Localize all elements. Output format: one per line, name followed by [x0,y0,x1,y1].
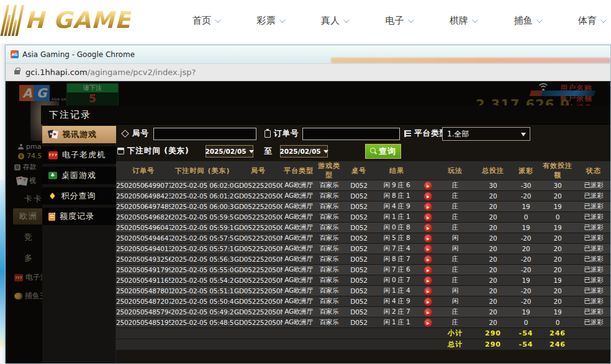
nav-item-4[interactable]: 棋牌 [450,15,476,27]
cell-6: 闲 7 庄 6 [374,265,419,275]
menu-item-0[interactable]: 视讯游戏 [42,126,116,143]
doc-icon [48,213,55,221]
play-video-button[interactable]: ▶ [424,277,432,285]
table-row: 2502050549464772025-02-05 05:57:52GD0522… [116,233,610,244]
play-video-button[interactable]: ▶ [424,224,432,232]
site-logo[interactable]: H GAME [4,4,131,36]
nav-label: 真人 [321,15,340,27]
col-header-5: 桌号 [343,161,374,180]
cell-6: 闲 0 庄 8 [374,223,419,233]
cell-12: 已派彩 [576,223,610,233]
play-video-button[interactable]: ▶ [424,319,432,327]
table-row: 2502050548579402025-02-05 05:49:26GD0522… [116,307,610,317]
chrome-titlebar[interactable]: AG Asia Gaming - Google Chrome [6,45,610,63]
dropdown-arrow-icon [249,150,254,153]
menu-item-1[interactable]: 777电子老虎机 [42,146,116,164]
play-video-button[interactable]: ▶ [424,298,432,306]
cell-2: GD052252050NO [234,296,283,307]
play-video-button[interactable]: ▶ [424,234,432,242]
col-header-11: 有效投注额 [540,161,576,180]
summary-cell [315,328,343,339]
url-bar[interactable]: gci.1hhapi.com/agingame/pcv2/index.jsp? [6,63,610,81]
col-header-2: 局号 [234,161,283,180]
cell-0: 250205054932564 [116,254,171,265]
table-row: 2502050549682662025-02-05 05:59:55GD0522… [116,212,610,223]
play-video-button[interactable]: ▶ [424,255,432,264]
col-header-7 [419,161,437,180]
cell-4: 百家乐 [315,265,343,275]
cell-1: 2025-02-05 06:00:34 [171,202,234,212]
cell-2: GD052252050NZ [234,233,283,244]
cell-9: 20 [474,286,512,296]
order-input[interactable] [302,128,400,140]
play-video-button[interactable]: ▶ [424,203,432,211]
table-row: 2502050549116572025-02-05 05:54:25GD0522… [116,275,610,286]
summary-cell: 290 [474,339,512,350]
play-video-button[interactable]: ▶ [424,245,432,253]
tag-icon [121,130,129,138]
nav-item-3[interactable]: 电子 [386,15,412,27]
cell-3: AG欧洲厅 [283,191,315,202]
cell-1: 2025-02-05 06:01:27 [171,191,234,202]
cell-6: 闲 9 庄 6 [374,180,419,191]
play-video-button[interactable]: ▶ [424,266,432,274]
page-edge-sliver [0,43,5,364]
cell-1: 2025-02-05 05:55:01 [171,265,234,275]
cell-0: 250205064984234 [116,191,171,202]
total-row: 总计290-54246 [116,339,610,350]
nav-item-0[interactable]: 首页 [192,15,219,27]
cell-1: 2025-02-05 05:49:26 [171,307,234,317]
cell-8: 庄 [437,212,474,223]
cell-8: 庄 [437,191,474,202]
cell-11: 20 [540,244,576,254]
cell-6: 闲 4 庄 9 [374,296,419,307]
round-input[interactable] [153,128,256,140]
cell-9: 20 [474,212,512,223]
cell-3: AG欧洲厅 [283,296,315,307]
cell-5: D052 [343,265,374,275]
cell-5: D052 [343,223,374,233]
cell-8: 庄 [437,275,474,286]
play-video-button[interactable]: ▶ [424,287,432,295]
summary-cell: 246 [540,339,576,350]
cell-10: -30 [512,180,540,191]
nav-item-6[interactable]: 体育 [578,15,605,27]
chevron-down-icon [279,17,285,23]
nav-label: 棋牌 [450,15,468,27]
cell-5: D052 [343,307,374,317]
menu-item-2[interactable]: ♣桌面游戏 [42,167,116,184]
col-header-10: 派彩 [512,161,540,180]
summary-label: 总计 [437,339,474,350]
ag-favicon: AG [11,50,19,58]
play-video-button[interactable]: ▶ [424,308,432,316]
cell-4: 百家乐 [315,223,343,233]
nav-item-5[interactable]: 捕鱼 [514,15,541,27]
menu-item-3[interactable]: ♦积分查询 [42,187,116,205]
cell-11: 19 [540,275,576,286]
cell-2: GD052252050NY [234,244,283,254]
platform-select[interactable]: 1.全部 [442,127,530,141]
nav-item-2[interactable]: 真人 [321,15,348,27]
search-button[interactable]: 查询 [365,144,401,159]
cell-6: 闲 4 庄 9 [374,202,419,212]
calendar-icon [117,148,124,154]
cell-2: GD052252050NM [234,307,283,317]
cell-12: 已派彩 [576,286,610,296]
date-from-picker[interactable]: 2025/02/05 [206,145,253,158]
date-to-picker[interactable]: 2025/02/05 [280,145,328,158]
cell-11: 19 [540,202,576,212]
menu-item-4[interactable]: 额度记录 [42,208,116,225]
cell-2: GD052252050O2 [234,212,283,223]
play-video-button[interactable]: ▶ [424,213,432,221]
play-video-button[interactable]: ▶ [424,182,432,190]
cell-5: D052 [343,180,374,191]
cell-3: AG欧洲厅 [283,307,315,317]
site-header: H GAME 首页彩票真人电子棋牌捕鱼体育 [0,0,611,43]
main-nav: 首页彩票真人电子棋牌捕鱼体育 [180,0,611,41]
summary-cell [234,328,283,339]
play-video-button[interactable]: ▶ [424,192,432,200]
nav-item-1[interactable]: 彩票 [257,15,284,27]
summary-cell [283,339,315,350]
cell-1: 2025-02-05 05:56:34 [171,254,234,265]
replay-cell: ▶ [419,180,437,191]
